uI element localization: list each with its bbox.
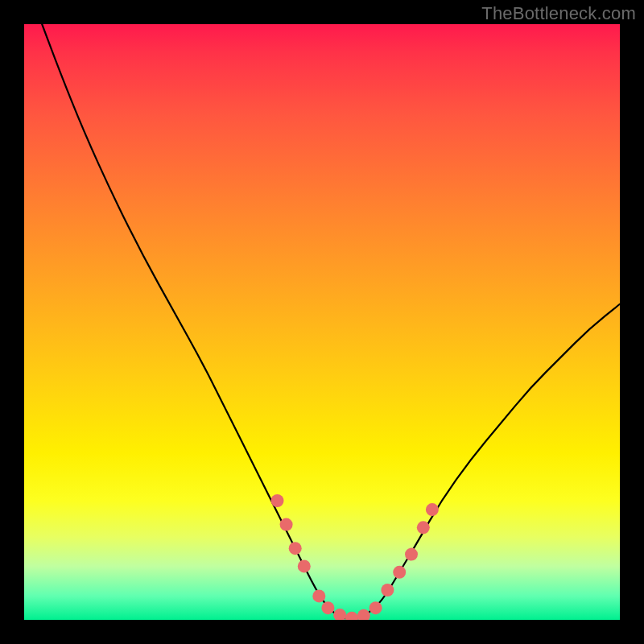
data-marker — [393, 566, 406, 579]
data-marker — [426, 503, 439, 516]
bottleneck-curve — [42, 24, 620, 619]
data-marker — [280, 518, 293, 531]
data-marker — [369, 601, 382, 614]
data-marker — [312, 589, 325, 602]
data-marker — [357, 609, 370, 620]
data-marker — [289, 542, 302, 555]
data-marker — [333, 609, 346, 620]
data-marker — [417, 521, 430, 534]
data-marker — [345, 612, 358, 620]
watermark-text: TheBottleneck.com — [481, 3, 636, 24]
data-marker — [381, 584, 394, 597]
data-marker — [405, 548, 418, 561]
marker-group — [271, 494, 439, 620]
chart-svg — [24, 24, 620, 620]
data-marker — [321, 601, 334, 614]
data-marker — [298, 559, 311, 572]
data-marker — [271, 494, 284, 507]
chart-frame — [24, 24, 620, 620]
